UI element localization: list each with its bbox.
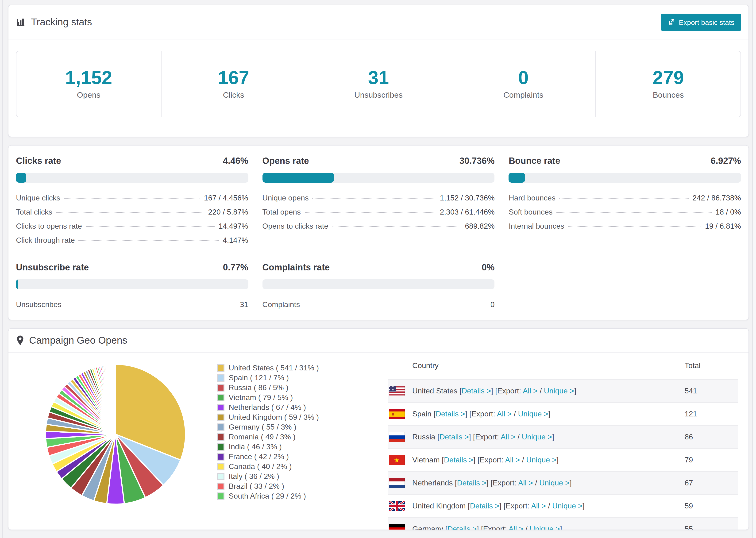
legend-item-united-kingdom: United Kingdom ( 59 / 3% )	[217, 413, 319, 421]
legend-swatch	[217, 413, 225, 421]
unsubscribes-row: Unsubscribes31	[16, 300, 248, 314]
export-all-link[interactable]: All >	[518, 479, 533, 487]
soft-bounces-row: Soft bounces18 / 0%	[509, 208, 741, 222]
legend-swatch	[217, 364, 225, 372]
details-link[interactable]: Details >	[470, 502, 499, 510]
table-row-united-kingdom: United Kingdom [Details >] [Export: All …	[388, 494, 738, 517]
flag-us-icon	[389, 386, 405, 396]
total-value: 59	[685, 502, 693, 510]
legend-item-spain: Spain ( 121 / 7% )	[217, 374, 319, 382]
geo-opens-pie-chart[interactable]	[44, 363, 187, 506]
flag-de-icon	[389, 524, 405, 530]
legend-label: India ( 46 / 3% )	[229, 443, 282, 451]
total-value: 67	[685, 479, 693, 487]
total-value: 86	[685, 433, 693, 441]
opens-rate-value: 30.736%	[459, 156, 495, 166]
legend-swatch	[217, 443, 225, 451]
bounce-rate-title: Bounce rate	[509, 156, 561, 166]
export-unique-link[interactable]: Unique >	[522, 433, 552, 441]
content-left-divider	[2, 0, 3, 538]
internal-bounces-row: Internal bounces19 / 6.81%	[509, 222, 741, 236]
legend-item-canada: Canada ( 40 / 2% )	[217, 463, 319, 470]
clicks-to-opens-row: Clicks to opens rate14.497%	[16, 222, 248, 236]
export-unique-link[interactable]: Unique >	[552, 502, 582, 510]
export-all-link[interactable]: All >	[531, 502, 546, 510]
unsubscribe-rate-bar	[16, 279, 248, 289]
geo-title: Campaign Geo Opens	[16, 335, 127, 346]
export-unique-link[interactable]: Unique >	[544, 387, 574, 395]
hard-bounces-row: Hard bounces242 / 86.738%	[509, 194, 741, 208]
export-all-link[interactable]: All >	[497, 410, 512, 418]
map-pin-icon	[16, 335, 25, 346]
bounces-label: Bounces	[653, 91, 684, 100]
legend-label: Netherlands ( 67 / 4% )	[229, 403, 306, 412]
click-through-row: Click through rate4.147%	[16, 236, 248, 250]
details-link[interactable]: Details >	[447, 525, 477, 530]
complaints-rate-bar	[262, 279, 495, 289]
export-unique-link[interactable]: Unique >	[518, 410, 548, 418]
details-link[interactable]: Details >	[457, 479, 486, 487]
legend-item-brazil: Brazil ( 33 / 2% )	[217, 483, 319, 490]
tracking-stats-page: Tracking stats Export basic stats 1,152 …	[0, 0, 756, 538]
total-value: 121	[685, 410, 697, 418]
legend-label: Brazil ( 33 / 2% )	[229, 482, 284, 491]
export-all-link[interactable]: All >	[501, 433, 515, 441]
page-scrollbar[interactable]	[752, 0, 756, 538]
unsubscribes-label: Unsubscribes	[354, 91, 403, 100]
export-all-link[interactable]: All >	[523, 387, 538, 395]
legend-swatch	[217, 384, 225, 392]
legend-label: Vietnam ( 79 / 5% )	[229, 394, 293, 402]
total-opens-row: Total opens2,303 / 61.446%	[262, 208, 495, 222]
details-link[interactable]: Details >	[444, 456, 473, 464]
legend-swatch	[217, 453, 225, 460]
legend-item-netherlands: Netherlands ( 67 / 4% )	[217, 404, 319, 411]
summary-unsubscribes: 31 Unsubscribes	[306, 51, 451, 117]
bounce-rate-bar	[509, 173, 741, 183]
export-unique-link[interactable]: Unique >	[526, 456, 557, 464]
export-all-link[interactable]: All >	[505, 456, 520, 464]
total-clicks-row: Total clicks220 / 5.87%	[16, 208, 248, 222]
legend-swatch	[217, 374, 225, 382]
legend-label: Russia ( 86 / 5% )	[229, 384, 288, 392]
details-link[interactable]: Details >	[461, 387, 491, 395]
geo-header: Campaign Geo Opens	[9, 329, 748, 352]
complaints-rate-panel: Complaints rate 0% Complaints0	[262, 262, 495, 314]
details-link[interactable]: Details >	[440, 433, 469, 441]
legend-item-russia: Russia ( 86 / 5% )	[217, 384, 319, 392]
legend-item-france: France ( 42 / 2% )	[217, 453, 319, 460]
export-unique-link[interactable]: Unique >	[530, 525, 560, 530]
legend-label: Germany ( 55 / 3% )	[229, 423, 296, 431]
summary-opens: 1,152 Opens	[17, 51, 161, 117]
export-all-link[interactable]: All >	[509, 525, 523, 530]
flag-gb-icon	[389, 501, 405, 511]
page-title-label: Tracking stats	[31, 17, 92, 28]
unique-opens-row: Unique opens1,152 / 30.736%	[262, 194, 495, 208]
export-unique-link[interactable]: Unique >	[539, 479, 569, 487]
bounce-rate-panel: Bounce rate 6.927% Hard bounces242 / 86.…	[509, 156, 741, 250]
tracking-stats-card: Tracking stats Export basic stats 1,152 …	[8, 5, 749, 137]
table-row-united-states: United States [Details >] [Export: All >…	[388, 379, 738, 402]
details-link[interactable]: Details >	[436, 410, 465, 418]
table-row-spain: Spain [Details >] [Export: All > / Uniqu…	[388, 402, 738, 425]
rates-card: Clicks rate 4.46% Unique clicks167 / 4.4…	[8, 145, 749, 320]
bounces-count: 279	[653, 68, 684, 87]
total-value: 541	[685, 387, 697, 395]
legend-label: Romania ( 49 / 3% )	[229, 433, 296, 441]
country-column-header: Country	[412, 361, 439, 370]
complaints-row: Complaints0	[262, 300, 495, 314]
campaign-geo-opens-card: Campaign Geo Opens United States ( 541 /…	[8, 328, 749, 530]
export-basic-stats-button[interactable]: Export basic stats	[661, 13, 741, 31]
legend-swatch	[217, 473, 225, 480]
legend-swatch	[217, 433, 225, 441]
flag-ru-icon	[389, 432, 405, 442]
total-value: 79	[685, 456, 693, 464]
opens-rate-bar	[262, 173, 495, 183]
geo-opens-table: Country Total United States [Details >] …	[388, 352, 738, 530]
legend-item-south-africa: South Africa ( 29 / 2% )	[217, 493, 319, 500]
clicks-rate-panel: Clicks rate 4.46% Unique clicks167 / 4.4…	[16, 156, 248, 250]
legend-item-romania: Romania ( 49 / 3% )	[217, 433, 319, 441]
complaints-rate-value: 0%	[482, 262, 495, 273]
pie-slice-other-42[interactable]	[115, 364, 116, 434]
legend-label: Canada ( 40 / 2% )	[229, 462, 292, 471]
legend-label: United Kingdom ( 59 / 3% )	[229, 413, 319, 422]
